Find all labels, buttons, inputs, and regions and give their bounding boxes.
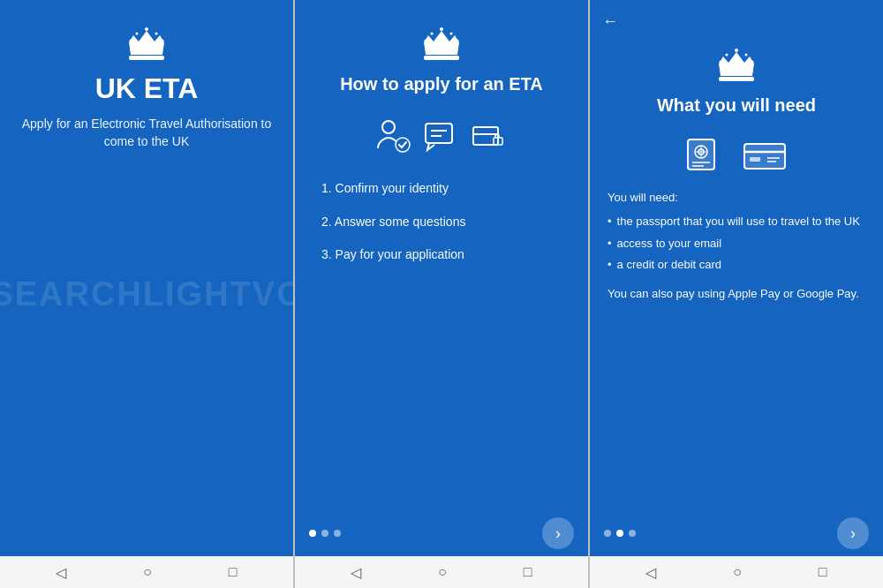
screen2-content: How to apply for an ETA [295, 0, 588, 509]
screen1-bottom-bar [0, 540, 293, 556]
home-nav-3[interactable]: ○ [733, 564, 742, 580]
crown-icon-2 [419, 26, 464, 62]
screen1-title: UK ETA [95, 72, 199, 105]
need-item-2: access to your email [608, 235, 865, 253]
extra-text: You can also pay using Apple Pay or Goog… [608, 285, 865, 303]
screen2-bottom-bar: › [295, 509, 588, 556]
svg-point-13 [396, 138, 410, 152]
identity-icon [374, 117, 413, 155]
svg-point-6 [440, 27, 443, 31]
svg-rect-14 [426, 124, 452, 143]
screen2-dots [309, 530, 341, 537]
next-button-3[interactable]: › [837, 517, 869, 549]
step-3: 3. Pay for your application [321, 246, 570, 264]
screen3-dots [604, 530, 636, 537]
screens-container: UK ETA Apply for an Electronic Travel Au… [0, 0, 883, 588]
card-icon [743, 138, 787, 171]
dot-s3-2 [616, 530, 623, 537]
need-item-3: a credit or debit card [608, 256, 865, 275]
needs-icons [686, 138, 787, 171]
svg-point-7 [431, 33, 434, 35]
screen3-bottom-bar: › [590, 509, 883, 556]
svg-point-20 [735, 49, 738, 52]
watermark: SEARCHLIGHTVC [0, 275, 293, 313]
next-button-2[interactable]: › [542, 517, 574, 549]
screen-2: How to apply for an ETA [295, 0, 588, 588]
svg-point-21 [726, 54, 728, 57]
svg-point-1 [136, 33, 139, 35]
need-item-1: the passport that you will use to travel… [608, 213, 865, 231]
screen1-nav-bar: ◁ ○ □ [0, 556, 293, 588]
home-nav-1[interactable]: ○ [143, 564, 152, 580]
svg-rect-25 [719, 77, 754, 81]
dot-3 [334, 530, 341, 537]
needs-text: You will need: the passport that you wil… [608, 189, 865, 303]
svg-point-22 [745, 54, 748, 57]
back-arrow-3[interactable]: ← [602, 12, 618, 31]
dot-s3-1 [604, 530, 611, 537]
back-nav-3[interactable]: ◁ [645, 564, 656, 581]
screen1-subtitle: Apply for an Electronic Travel Authorisa… [18, 116, 275, 150]
svg-point-12 [382, 121, 395, 133]
crown-icon-1 [125, 26, 169, 62]
svg-rect-17 [473, 127, 498, 145]
screen1-content: UK ETA Apply for an Electronic Travel Au… [0, 0, 293, 540]
svg-rect-11 [424, 56, 459, 60]
dot-2 [321, 530, 328, 537]
dot-s3-3 [629, 530, 636, 537]
screen2-nav-bar: ◁ ○ □ [295, 556, 588, 588]
needs-label: You will need: [608, 189, 865, 207]
crown-icon-3 [714, 48, 758, 83]
recent-nav-2[interactable]: □ [524, 564, 532, 580]
screen-3: ← What you will need [590, 0, 883, 588]
steps-list: 1. Confirm your identity 2. Answer some … [313, 180, 570, 280]
svg-rect-35 [750, 157, 760, 162]
svg-point-8 [450, 33, 453, 35]
dot-1 [309, 530, 316, 537]
svg-rect-33 [744, 144, 785, 169]
screen2-title: How to apply for an ETA [340, 72, 543, 95]
step-2: 2. Answer some questions [321, 214, 570, 231]
step-1: 1. Confirm your identity [321, 180, 570, 198]
questions-icon [422, 117, 461, 155]
svg-rect-5 [129, 56, 164, 60]
payment-icon [470, 117, 509, 155]
home-nav-2[interactable]: ○ [438, 564, 447, 580]
screen-1: UK ETA Apply for an Electronic Travel Au… [0, 0, 293, 588]
screen3-content: ← What you will need [590, 0, 883, 509]
svg-point-2 [155, 33, 158, 35]
recent-nav-3[interactable]: □ [819, 564, 827, 580]
passport-icon [686, 138, 730, 171]
svg-point-0 [145, 27, 148, 31]
back-nav-1[interactable]: ◁ [56, 564, 66, 581]
recent-nav-1[interactable]: □ [229, 564, 238, 580]
screen3-nav-bar: ◁ ○ □ [590, 556, 883, 588]
screen3-title: What you will need [657, 94, 816, 117]
steps-icons [374, 117, 509, 155]
back-nav-2[interactable]: ◁ [351, 564, 361, 581]
